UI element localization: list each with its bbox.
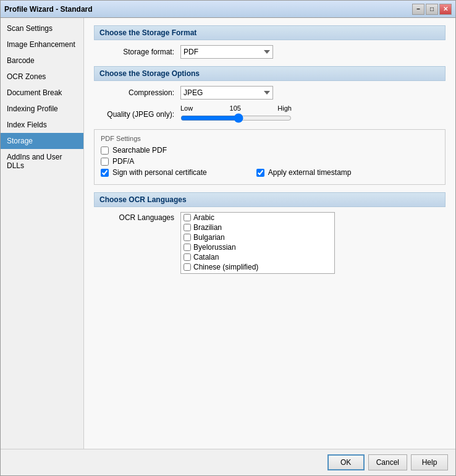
pdfa-label: PDF/A [112,157,134,166]
lang-arabic-label: Arabic [193,213,214,222]
sidebar-item-image-enhancement[interactable]: Image Enhancement [1,36,83,53]
sidebar: Scan Settings Image Enhancement Barcode … [1,18,84,449]
quality-min-label: Low [180,104,193,112]
pdf-settings-group: PDF Settings Searchable PDF PDF/A [94,129,445,185]
lang-brazilian-checkbox[interactable] [184,224,191,231]
list-item[interactable]: Brazilian [181,223,334,232]
storage-options-header: Choose the Storage Options [94,66,445,81]
ok-button[interactable]: OK [327,454,365,470]
compression-label: Compression: [94,88,174,97]
quality-slider[interactable] [180,112,292,124]
lang-arabic-checkbox[interactable] [184,214,191,221]
lang-catalan-checkbox[interactable] [184,253,191,261]
title-bar: Profile Wizard - Standard – □ ✕ [1,1,455,18]
quality-slider-container: Low 105 High [180,104,292,124]
window-body: Scan Settings Image Enhancement Barcode … [1,18,455,449]
timestamp-label: Apply external timestamp [268,168,352,177]
sign-row: Sign with personal certificate [101,168,207,177]
ocr-row: OCR Languages Arabic Brazilian Bulgar [94,212,445,274]
sidebar-item-document-break[interactable]: Document Break [1,85,83,101]
pdf-settings-container: PDF Settings Searchable PDF PDF/A [94,129,445,185]
sidebar-item-index-fields[interactable]: Index Fields [1,117,83,133]
lang-chinese-simplified-checkbox[interactable] [184,263,191,271]
sidebar-item-storage[interactable]: Storage [1,133,83,149]
cancel-button[interactable]: Cancel [368,454,407,470]
quality-max-label: High [277,104,292,112]
maximize-button[interactable]: □ [426,4,438,15]
ocr-languages-label: OCR Languages [94,212,174,222]
compression-select[interactable]: JPEG LZW None [180,86,273,100]
ocr-section: Choose OCR Languages OCR Languages Arabi… [94,192,445,274]
help-button[interactable]: Help [411,454,448,470]
storage-options-section: Choose the Storage Options Compression: … [94,66,445,185]
searchable-pdf-checkbox[interactable] [101,147,109,155]
title-bar-controls: – □ ✕ [412,4,452,15]
sidebar-item-addins[interactable]: AddIns and User DLLs [1,149,83,174]
lang-bulgarian-checkbox[interactable] [184,234,191,241]
list-item[interactable]: Arabic [181,213,334,223]
compression-row: Compression: JPEG LZW None [94,86,445,100]
storage-format-select[interactable]: PDF TIFF JPEG PNG [180,45,273,59]
quality-label: Quality (JPEG only): [94,110,174,119]
storage-format-section: Choose the Storage Format Storage format… [94,25,445,59]
lang-catalan-label: Catalan [193,253,219,261]
quality-labels: Low 105 High [180,104,292,112]
searchable-pdf-label: Searchable PDF [112,146,167,155]
sign-label: Sign with personal certificate [112,168,207,177]
close-button[interactable]: ✕ [439,4,452,15]
sidebar-item-ocr-zones[interactable]: OCR Zones [1,69,83,85]
sign-checkbox[interactable] [101,169,109,177]
storage-format-label: Storage format: [94,48,174,56]
lang-byelorussian-label: Byelorussian [193,243,236,252]
pdfa-checkbox[interactable] [101,158,109,166]
list-item[interactable]: Catalan [181,252,334,262]
minimize-button[interactable]: – [412,4,424,15]
lang-chinese-simplified-label: Chinese (simplified) [193,263,258,271]
quality-row: Quality (JPEG only): Low 105 High [94,104,445,124]
pdf-settings-title: PDF Settings [101,135,439,142]
ocr-section-header: Choose OCR Languages [94,192,445,207]
dual-checkbox-row: Sign with personal certificate Apply ext… [101,168,439,179]
timestamp-row: Apply external timestamp [256,168,352,177]
storage-format-row: Storage format: PDF TIFF JPEG PNG [94,45,445,59]
lang-brazilian-label: Brazilian [193,223,222,232]
list-item[interactable]: Bulgarian [181,232,334,242]
window-title: Profile Wizard - Standard [4,5,93,14]
lang-bulgarian-label: Bulgarian [193,233,225,242]
main-window: Profile Wizard - Standard – □ ✕ Scan Set… [0,0,456,476]
main-content: Choose the Storage Format Storage format… [84,18,455,449]
storage-format-header: Choose the Storage Format [94,25,445,40]
sidebar-item-indexing-profile[interactable]: Indexing Profile [1,101,83,117]
quality-value: 105 [230,104,241,112]
searchable-pdf-row: Searchable PDF [101,146,439,155]
pdfa-row: PDF/A [101,157,439,166]
sidebar-item-barcode[interactable]: Barcode [1,53,83,69]
list-item[interactable]: Chinese (simplified) [181,262,334,272]
sidebar-item-scan-settings[interactable]: Scan Settings [1,20,83,36]
timestamp-checkbox[interactable] [256,169,264,177]
footer: OK Cancel Help [1,449,455,475]
list-item[interactable]: Byelorussian [181,242,334,252]
ocr-languages-listbox[interactable]: Arabic Brazilian Bulgarian Byelorus [180,212,335,274]
lang-byelorussian-checkbox[interactable] [184,244,191,251]
